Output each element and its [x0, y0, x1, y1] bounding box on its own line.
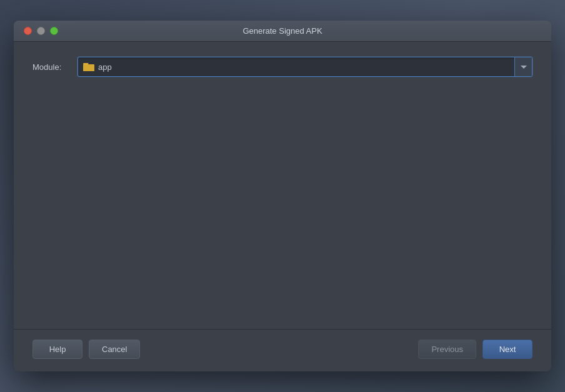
maximize-button[interactable]	[50, 27, 58, 35]
dialog-title: Generate Signed APK	[242, 26, 322, 36]
help-button[interactable]: Help	[32, 340, 82, 359]
cancel-button[interactable]: Cancel	[89, 340, 140, 359]
module-select-wrapper: app	[78, 57, 532, 77]
dropdown-arrow-button[interactable]	[514, 57, 532, 76]
module-value: app	[98, 62, 112, 72]
next-button[interactable]: Next	[482, 340, 532, 359]
window-controls	[24, 27, 58, 35]
dialog-footer: Help Cancel Previous Next	[14, 329, 551, 371]
module-row: Module: app	[32, 57, 532, 77]
dialog-content: Module: app	[14, 42, 551, 329]
module-label: Module:	[32, 62, 70, 72]
title-bar: Generate Signed APK	[14, 21, 551, 42]
footer-right-buttons: Previous Next	[418, 340, 532, 359]
chevron-down-icon	[521, 66, 527, 69]
previous-button[interactable]: Previous	[418, 340, 476, 359]
content-spacer	[32, 89, 532, 316]
close-button[interactable]	[24, 27, 32, 35]
module-dropdown[interactable]: app	[78, 57, 532, 77]
minimize-button[interactable]	[37, 27, 45, 35]
svg-rect-2	[83, 65, 94, 71]
folder-icon	[83, 62, 94, 72]
footer-left-buttons: Help Cancel	[32, 340, 140, 359]
dialog-window: Generate Signed APK Module: app	[14, 21, 551, 371]
